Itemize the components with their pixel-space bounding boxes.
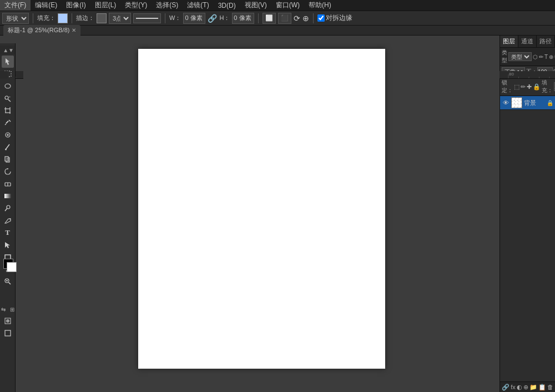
menu-bar: 文件(F) 编辑(E) 图像(I) 图层(L) 类型(Y) 选择(S) 滤镜(T…	[0, 0, 555, 11]
eraser-tool[interactable]	[2, 178, 14, 190]
separator-5	[313, 13, 314, 23]
quick-mask-tool[interactable]	[2, 315, 14, 327]
clone-tool[interactable]: A	[2, 153, 14, 165]
filter-icon-3[interactable]: T	[544, 53, 548, 61]
pen-tool[interactable]	[2, 214, 14, 227]
default-colors-icon[interactable]: ⊞	[10, 306, 14, 313]
dodge-tool[interactable]	[2, 202, 14, 214]
main-area: ▲▼ +	[0, 36, 555, 392]
svg-point-27	[9, 218, 11, 219]
lock-label: 锁定：	[502, 79, 513, 94]
tab-layers[interactable]: 图层	[500, 36, 518, 47]
right-panels: 图层 通道 路径 类型 类型 ⬡ ✏ T ⊕	[500, 36, 555, 392]
lasso-tool[interactable]	[2, 80, 14, 92]
layer-row[interactable]: 👁 背景 🔒	[500, 96, 555, 110]
gradient-tool[interactable]	[2, 190, 14, 202]
link-layers-icon[interactable]: 🔗	[502, 383, 509, 391]
height-input[interactable]	[232, 13, 254, 24]
svg-marker-28	[5, 242, 10, 248]
svg-rect-24	[4, 194, 11, 198]
svg-rect-36	[5, 330, 11, 336]
fill-color-swatch[interactable]	[58, 13, 68, 23]
lock-all-icon[interactable]: 🔒	[533, 83, 541, 91]
stroke-color-swatch[interactable]	[97, 13, 107, 23]
svg-point-2	[5, 84, 11, 88]
white-canvas	[138, 49, 385, 369]
svg-line-31	[8, 283, 11, 285]
menu-layer[interactable]: 图层(L)	[90, 0, 121, 11]
menu-file[interactable]: 文件(F)	[0, 0, 31, 11]
separator-4	[258, 13, 259, 23]
lock-pixels-icon[interactable]: ✏	[521, 83, 526, 91]
quick-select-tool[interactable]: +	[2, 92, 14, 104]
filter-label: 类型	[502, 49, 507, 64]
lock-transparent-icon[interactable]: ⬚	[514, 83, 519, 91]
path-select-tool[interactable]	[2, 239, 14, 251]
close-tab-icon[interactable]: ✕	[72, 27, 76, 33]
background-color[interactable]	[7, 262, 17, 272]
new-layer-icon[interactable]: 📋	[538, 383, 546, 391]
menu-3d[interactable]: 3D(D)	[214, 0, 240, 11]
svg-line-10	[9, 120, 11, 122]
eyedropper-tool[interactable]	[2, 117, 14, 129]
lock-position-icon[interactable]: ✚	[527, 83, 532, 91]
fill-label: 填充：	[37, 14, 56, 22]
tool-panel-header[interactable]: ▲▼	[0, 46, 15, 54]
warp-btn[interactable]: ⟳	[294, 14, 300, 23]
menu-edit[interactable]: 编辑(E)	[31, 0, 62, 11]
align-left-btn[interactable]: ⬜	[263, 13, 276, 24]
delete-layer-icon[interactable]: 🗑	[547, 383, 553, 391]
screen-mode-tool[interactable]	[2, 327, 14, 339]
menu-image[interactable]: 图像(I)	[62, 0, 90, 11]
tab-channels[interactable]: 通道	[518, 36, 537, 47]
history-brush-tool[interactable]	[2, 165, 14, 178]
crop-tool[interactable]	[2, 104, 14, 117]
svg-line-4	[8, 99, 11, 102]
canvas-area[interactable]	[23, 43, 500, 392]
layers-panel: 图层 通道 路径 类型 类型 ⬡ ✏ T ⊕	[500, 36, 555, 392]
arrange-btn[interactable]: ⊕	[302, 14, 309, 23]
stroke-label: 描边：	[76, 14, 94, 22]
layer-lock-icon: 🔒	[547, 100, 553, 106]
document-tab[interactable]: 标题-1 @ 25%(RGB/8) ✕	[3, 25, 80, 36]
filter-type-select[interactable]: 类型	[508, 52, 532, 61]
type-tool[interactable]: T	[2, 227, 14, 239]
tool-panel: ▲▼ +	[0, 43, 16, 392]
link-wh-icon[interactable]: 🔗	[208, 14, 217, 23]
layers-list: 👁 背景 🔒	[500, 96, 555, 381]
document-tab-label: 标题-1 @ 25%(RGB/8)	[8, 26, 69, 34]
menu-help[interactable]: 帮助(H)	[304, 0, 336, 11]
layer-visibility-toggle[interactable]: 👁	[502, 99, 509, 107]
add-mask-icon[interactable]: ◐	[517, 383, 522, 391]
heal-tool[interactable]	[2, 129, 14, 141]
stroke-size-select[interactable]: 3点	[109, 13, 131, 24]
menu-view[interactable]: 视图(V)	[240, 0, 271, 11]
type-icon: T	[5, 228, 10, 237]
zoom-tool[interactable]	[2, 275, 14, 288]
shape-type-select[interactable]: 形状 路径 像素	[2, 13, 29, 24]
new-adjustment-icon[interactable]: ⊕	[523, 383, 528, 391]
filter-icon-4[interactable]: ⊕	[549, 53, 553, 61]
color-box	[3, 259, 17, 272]
filter-icon-2[interactable]: ✏	[539, 53, 543, 61]
document-canvas	[23, 43, 500, 392]
width-input[interactable]	[183, 13, 205, 24]
svg-line-16	[6, 144, 9, 149]
switch-colors-icon[interactable]: ⇆	[1, 306, 6, 313]
menu-select[interactable]: 选择(S)	[152, 0, 183, 11]
antialias-checkbox[interactable]	[317, 14, 325, 22]
menu-filter[interactable]: 滤镜(T)	[183, 0, 213, 11]
align-center-btn[interactable]: ⬛	[278, 13, 291, 24]
lock-row: 锁定： ⬚ ✏ ✚ 🔒 填充： %	[500, 78, 555, 96]
filter-icon-1[interactable]: ⬡	[533, 53, 538, 61]
menu-window[interactable]: 窗口(W)	[271, 0, 304, 11]
move-tool[interactable]	[2, 56, 14, 68]
menu-type[interactable]: 类型(Y)	[120, 0, 152, 11]
brush-tool[interactable]	[2, 141, 14, 153]
separator-2	[72, 13, 72, 23]
tab-paths[interactable]: 路径	[537, 36, 555, 47]
add-style-icon[interactable]: fx	[511, 383, 516, 391]
stroke-style-select[interactable]	[133, 13, 161, 23]
new-group-icon[interactable]: 📁	[529, 383, 537, 391]
antialias-checkbox-label: 对拆边缘	[317, 13, 352, 23]
